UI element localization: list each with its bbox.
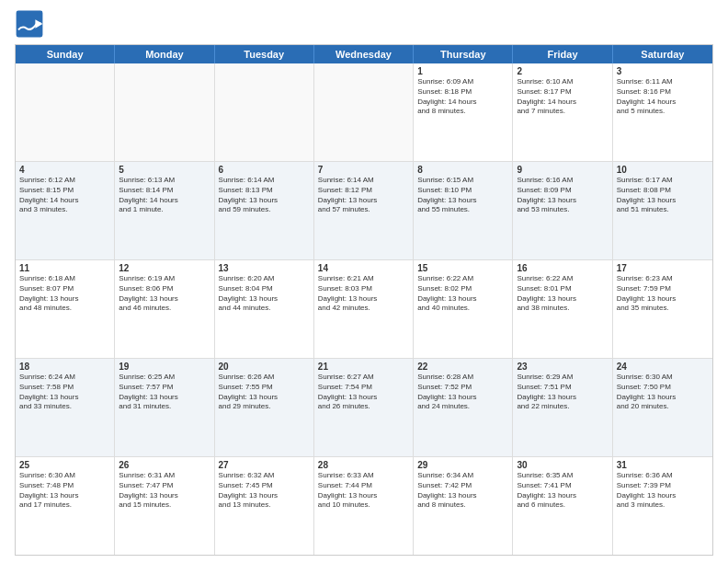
calendar-week: 11Sunrise: 6:18 AM Sunset: 8:07 PM Dayli… [16, 260, 712, 359]
logo-icon [15, 9, 44, 39]
day-number: 29 [417, 460, 508, 470]
calendar-cell: 15Sunrise: 6:22 AM Sunset: 8:02 PM Dayli… [414, 260, 513, 358]
calendar-body: 1Sunrise: 6:09 AM Sunset: 8:18 PM Daylig… [16, 63, 712, 555]
calendar-cell: 29Sunrise: 6:34 AM Sunset: 7:42 PM Dayli… [414, 457, 513, 555]
cell-text: Sunrise: 6:14 AM Sunset: 8:13 PM Dayligh… [219, 176, 310, 215]
cell-text: Sunrise: 6:17 AM Sunset: 8:08 PM Dayligh… [617, 176, 709, 215]
cell-text: Sunrise: 6:22 AM Sunset: 8:02 PM Dayligh… [417, 274, 508, 314]
cell-text: Sunrise: 6:25 AM Sunset: 7:57 PM Dayligh… [119, 373, 210, 412]
cell-text: Sunrise: 6:35 AM Sunset: 7:41 PM Dayligh… [517, 471, 608, 511]
day-number: 19 [119, 362, 210, 372]
cell-text: Sunrise: 6:32 AM Sunset: 7:45 PM Dayligh… [219, 471, 310, 511]
day-number: 26 [119, 460, 210, 470]
day-number: 5 [119, 165, 210, 175]
day-number: 7 [318, 165, 409, 175]
day-number: 23 [517, 362, 608, 372]
calendar-header-cell: Friday [513, 45, 612, 63]
day-number: 16 [517, 263, 608, 273]
calendar-cell: 22Sunrise: 6:28 AM Sunset: 7:52 PM Dayli… [414, 359, 513, 456]
day-number: 25 [19, 460, 110, 470]
calendar-week: 1Sunrise: 6:09 AM Sunset: 8:18 PM Daylig… [16, 63, 712, 162]
day-number: 13 [219, 263, 310, 273]
cell-text: Sunrise: 6:29 AM Sunset: 7:51 PM Dayligh… [517, 373, 608, 412]
day-number: 14 [318, 263, 409, 273]
calendar-cell: 23Sunrise: 6:29 AM Sunset: 7:51 PM Dayli… [513, 359, 612, 456]
day-number: 18 [19, 362, 110, 372]
cell-text: Sunrise: 6:12 AM Sunset: 8:15 PM Dayligh… [19, 176, 110, 215]
day-number: 24 [617, 362, 709, 372]
day-number: 30 [517, 460, 608, 470]
calendar-cell: 3Sunrise: 6:11 AM Sunset: 8:16 PM Daylig… [613, 63, 712, 161]
day-number: 21 [318, 362, 409, 372]
day-number: 10 [617, 165, 709, 175]
cell-text: Sunrise: 6:23 AM Sunset: 7:59 PM Dayligh… [617, 274, 709, 314]
calendar-week: 18Sunrise: 6:24 AM Sunset: 7:58 PM Dayli… [16, 359, 712, 457]
cell-text: Sunrise: 6:30 AM Sunset: 7:50 PM Dayligh… [617, 373, 709, 412]
cell-text: Sunrise: 6:30 AM Sunset: 7:48 PM Dayligh… [19, 471, 110, 511]
calendar-cell: 9Sunrise: 6:16 AM Sunset: 8:09 PM Daylig… [513, 162, 612, 259]
calendar-cell [16, 63, 115, 161]
calendar-cell: 6Sunrise: 6:14 AM Sunset: 8:13 PM Daylig… [215, 162, 314, 259]
calendar: SundayMondayTuesdayWednesdayThursdayFrid… [15, 44, 713, 556]
calendar-header-cell: Wednesday [314, 45, 414, 63]
cell-text: Sunrise: 6:33 AM Sunset: 7:44 PM Dayligh… [318, 471, 409, 511]
calendar-cell: 8Sunrise: 6:15 AM Sunset: 8:10 PM Daylig… [414, 162, 513, 259]
cell-text: Sunrise: 6:21 AM Sunset: 8:03 PM Dayligh… [318, 274, 409, 314]
calendar-week: 25Sunrise: 6:30 AM Sunset: 7:48 PM Dayli… [16, 457, 712, 555]
calendar-cell: 11Sunrise: 6:18 AM Sunset: 8:07 PM Dayli… [16, 260, 115, 358]
cell-text: Sunrise: 6:18 AM Sunset: 8:07 PM Dayligh… [19, 274, 110, 314]
day-number: 12 [119, 263, 210, 273]
cell-text: Sunrise: 6:22 AM Sunset: 8:01 PM Dayligh… [517, 274, 608, 314]
cell-text: Sunrise: 6:31 AM Sunset: 7:47 PM Dayligh… [119, 471, 210, 511]
calendar-header-cell: Tuesday [215, 45, 314, 63]
day-number: 15 [417, 263, 508, 273]
cell-text: Sunrise: 6:10 AM Sunset: 8:17 PM Dayligh… [517, 77, 608, 117]
header [15, 9, 713, 39]
calendar-cell: 21Sunrise: 6:27 AM Sunset: 7:54 PM Dayli… [314, 359, 414, 456]
cell-text: Sunrise: 6:26 AM Sunset: 7:55 PM Dayligh… [219, 373, 310, 412]
calendar-week: 4Sunrise: 6:12 AM Sunset: 8:15 PM Daylig… [16, 162, 712, 260]
day-number: 8 [417, 165, 508, 175]
calendar-cell: 10Sunrise: 6:17 AM Sunset: 8:08 PM Dayli… [613, 162, 712, 259]
calendar-header-cell: Saturday [613, 45, 712, 63]
cell-text: Sunrise: 6:13 AM Sunset: 8:14 PM Dayligh… [119, 176, 210, 215]
calendar-cell: 2Sunrise: 6:10 AM Sunset: 8:17 PM Daylig… [513, 63, 612, 161]
cell-text: Sunrise: 6:19 AM Sunset: 8:06 PM Dayligh… [119, 274, 210, 314]
day-number: 1 [417, 66, 508, 76]
day-number: 9 [517, 165, 608, 175]
calendar-cell: 18Sunrise: 6:24 AM Sunset: 7:58 PM Dayli… [16, 359, 115, 456]
calendar-cell: 7Sunrise: 6:14 AM Sunset: 8:12 PM Daylig… [314, 162, 414, 259]
calendar-cell: 4Sunrise: 6:12 AM Sunset: 8:15 PM Daylig… [16, 162, 115, 259]
cell-text: Sunrise: 6:24 AM Sunset: 7:58 PM Dayligh… [19, 373, 110, 412]
calendar-cell: 26Sunrise: 6:31 AM Sunset: 7:47 PM Dayli… [115, 457, 214, 555]
page: SundayMondayTuesdayWednesdayThursdayFrid… [0, 0, 728, 563]
day-number: 3 [617, 66, 709, 76]
calendar-cell [314, 63, 414, 161]
cell-text: Sunrise: 6:16 AM Sunset: 8:09 PM Dayligh… [517, 176, 608, 215]
calendar-cell: 1Sunrise: 6:09 AM Sunset: 8:18 PM Daylig… [414, 63, 513, 161]
calendar-cell: 24Sunrise: 6:30 AM Sunset: 7:50 PM Dayli… [613, 359, 712, 456]
day-number: 4 [19, 165, 110, 175]
day-number: 22 [417, 362, 508, 372]
day-number: 27 [219, 460, 310, 470]
calendar-cell: 14Sunrise: 6:21 AM Sunset: 8:03 PM Dayli… [314, 260, 414, 358]
calendar-cell: 20Sunrise: 6:26 AM Sunset: 7:55 PM Dayli… [215, 359, 314, 456]
cell-text: Sunrise: 6:11 AM Sunset: 8:16 PM Dayligh… [617, 77, 709, 117]
calendar-cell: 13Sunrise: 6:20 AM Sunset: 8:04 PM Dayli… [215, 260, 314, 358]
calendar-cell: 28Sunrise: 6:33 AM Sunset: 7:44 PM Dayli… [314, 457, 414, 555]
calendar-cell: 25Sunrise: 6:30 AM Sunset: 7:48 PM Dayli… [16, 457, 115, 555]
day-number: 31 [617, 460, 709, 470]
day-number: 20 [219, 362, 310, 372]
day-number: 2 [517, 66, 608, 76]
day-number: 6 [219, 165, 310, 175]
calendar-cell: 5Sunrise: 6:13 AM Sunset: 8:14 PM Daylig… [115, 162, 214, 259]
cell-text: Sunrise: 6:09 AM Sunset: 8:18 PM Dayligh… [417, 77, 508, 117]
day-number: 17 [617, 263, 709, 273]
calendar-header-cell: Monday [115, 45, 214, 63]
calendar-cell: 16Sunrise: 6:22 AM Sunset: 8:01 PM Dayli… [513, 260, 612, 358]
calendar-cell: 30Sunrise: 6:35 AM Sunset: 7:41 PM Dayli… [513, 457, 612, 555]
cell-text: Sunrise: 6:36 AM Sunset: 7:39 PM Dayligh… [617, 471, 709, 511]
calendar-cell: 19Sunrise: 6:25 AM Sunset: 7:57 PM Dayli… [115, 359, 214, 456]
cell-text: Sunrise: 6:20 AM Sunset: 8:04 PM Dayligh… [219, 274, 310, 314]
cell-text: Sunrise: 6:14 AM Sunset: 8:12 PM Dayligh… [318, 176, 409, 215]
